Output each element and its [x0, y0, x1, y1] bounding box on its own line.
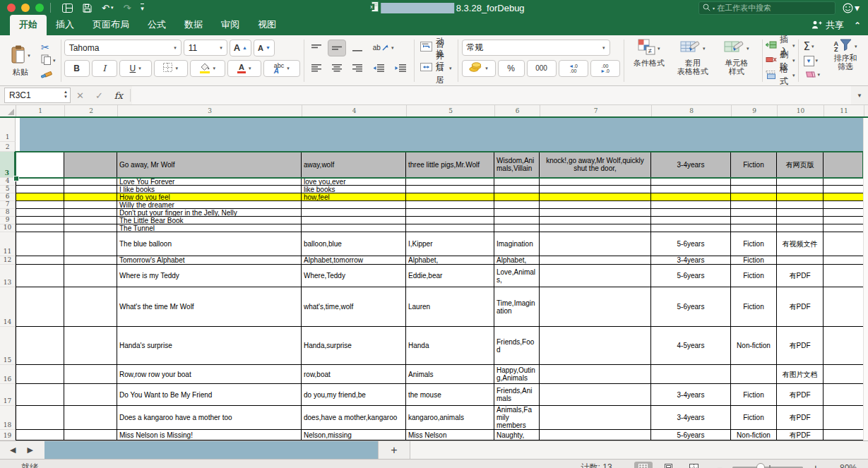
cell-r14c7[interactable]	[540, 287, 651, 327]
tab-home[interactable]: 开始	[10, 15, 47, 35]
cell-r5c6[interactable]	[494, 186, 540, 193]
increase-decimal-button[interactable]: ◄.0.00	[559, 60, 588, 77]
cell-r13c3[interactable]: Where is my Teddy	[117, 265, 302, 287]
cell-r16c1[interactable]	[16, 365, 64, 384]
row-header-14[interactable]: 14	[0, 287, 16, 327]
cell-r7c2[interactable]	[64, 201, 117, 209]
cell-r12c1[interactable]	[16, 256, 64, 265]
cell-r15c2[interactable]	[64, 327, 117, 365]
minimize-window-button[interactable]	[21, 4, 30, 12]
cell-r3c5[interactable]: three little pigs,Mr.Wolf	[406, 152, 494, 178]
cell-r13c9[interactable]: Fiction	[731, 265, 777, 287]
cell-r8c4[interactable]	[302, 209, 406, 217]
cell-r8c8[interactable]	[651, 209, 731, 217]
cell-r10c11[interactable]	[824, 224, 864, 232]
cell-r10c9[interactable]	[731, 224, 777, 232]
cell-r13c11[interactable]	[824, 265, 864, 287]
cell-r17c9[interactable]: Fiction	[731, 384, 777, 406]
cell-r8c10[interactable]	[777, 209, 824, 217]
tab-view[interactable]: 视图	[249, 15, 285, 35]
cell-r7c9[interactable]	[731, 201, 777, 209]
cell-r16c2[interactable]	[64, 365, 117, 384]
cell-r19c1[interactable]	[16, 430, 64, 440]
row-header-12[interactable]: 12	[0, 256, 16, 265]
cell-r4c11[interactable]	[824, 178, 864, 186]
row-header-2[interactable]: 2	[0, 142, 16, 152]
align-center-button[interactable]	[328, 60, 346, 77]
cell-r6c4[interactable]: how,feel	[302, 193, 406, 201]
cell-r15c8[interactable]: 4-5years	[651, 327, 731, 365]
cell-r8c3[interactable]: Don't put your finger in the Jelly, Nell…	[117, 209, 302, 217]
underline-button[interactable]: U ▾	[119, 60, 152, 77]
font-color-dropdown-icon[interactable]: ▾	[249, 66, 251, 71]
cell-r4c1[interactable]	[16, 178, 64, 186]
increase-indent-button[interactable]	[391, 60, 410, 77]
cell-r19c8[interactable]: 5-6years	[651, 430, 731, 440]
cell-styles-button[interactable]: ▾ 单元格 样式	[715, 37, 759, 84]
cell-r15c10[interactable]: 有PDF	[777, 327, 824, 365]
row-header-16[interactable]: 16	[0, 365, 16, 384]
cell-r6c5[interactable]	[406, 193, 494, 201]
previous-sheet-icon[interactable]: ◀	[10, 445, 16, 455]
cell-r6c6[interactable]	[494, 193, 540, 201]
bold-button[interactable]: B	[64, 60, 90, 77]
cell-r16c7[interactable]	[540, 365, 651, 384]
font-color-button[interactable]: A ▾	[227, 60, 261, 77]
cell-r16c4[interactable]: row,boat	[302, 365, 406, 384]
cell-r18c3[interactable]: Does a kangaroo have a mother too	[117, 406, 302, 430]
sheet-search-input[interactable]: ▾ 在工作表中搜索	[698, 1, 836, 15]
zoom-slider-thumb[interactable]	[756, 463, 765, 468]
align-right-button[interactable]	[348, 60, 367, 77]
cell-r15c5[interactable]: Handa	[406, 327, 494, 365]
cell-r6c9[interactable]	[731, 193, 777, 201]
paste-dropdown-icon[interactable]: ▾	[28, 53, 30, 59]
cell-r4c7[interactable]	[540, 178, 651, 186]
cell-r12c10[interactable]	[777, 256, 824, 265]
cell-r9c3[interactable]: The Little Bear Book	[117, 217, 302, 224]
customize-toolbar-icon[interactable]: ▾	[141, 4, 144, 12]
format-painter-button[interactable]	[40, 68, 57, 80]
cell-r15c11[interactable]	[824, 327, 864, 365]
cell-r14c5[interactable]: Lauren	[406, 287, 494, 327]
italic-button[interactable]: I	[92, 60, 117, 77]
cell-r11c7[interactable]	[540, 232, 651, 256]
cell-r10c7[interactable]	[540, 224, 651, 232]
cell-r11c1[interactable]	[16, 232, 64, 256]
copy-button[interactable]: ▾	[40, 55, 57, 66]
cell-r5c2[interactable]	[64, 186, 117, 193]
cell-r4c10[interactable]	[777, 178, 824, 186]
align-left-button[interactable]	[307, 60, 326, 77]
redacted-sheet-tab[interactable]	[44, 441, 378, 459]
tab-insert[interactable]: 插入	[47, 15, 83, 35]
cell-r19c5[interactable]: Miss Nelson	[406, 430, 494, 440]
cell-r13c8[interactable]: 5-6years	[651, 265, 731, 287]
fill-color-button[interactable]: ▾	[190, 60, 225, 77]
cell-r19c7[interactable]	[540, 430, 651, 440]
cell-r13c5[interactable]: Eddie,bear	[406, 265, 494, 287]
cell-r4c3[interactable]: Love You Forever	[117, 178, 302, 186]
cell-r3c10[interactable]: 有网页版	[777, 152, 824, 178]
cell-r5c3[interactable]: I like books	[117, 186, 302, 193]
cell-r6c8[interactable]	[651, 193, 731, 201]
cell-r13c1[interactable]	[16, 265, 64, 287]
collapse-ribbon-icon[interactable]: ⌃	[854, 20, 861, 30]
cell-r7c10[interactable]	[777, 201, 824, 209]
decrease-font-size-button[interactable]: A▼	[254, 40, 275, 56]
cell-r5c5[interactable]	[406, 186, 494, 193]
cell-r18c7[interactable]	[540, 406, 651, 430]
cell-r15c9[interactable]: Non-fiction	[731, 327, 777, 365]
view-switcher-icon[interactable]	[62, 4, 73, 13]
zoom-percentage[interactable]: 80%	[828, 463, 857, 468]
undo-button[interactable]: ↶ ▾	[102, 3, 113, 13]
align-bottom-button[interactable]	[348, 40, 367, 56]
cell-r4c8[interactable]	[651, 178, 731, 186]
cell-r18c1[interactable]	[16, 406, 64, 430]
underline-dropdown-icon[interactable]: ▾	[138, 66, 141, 71]
cell-r14c2[interactable]	[64, 287, 117, 327]
cell-r11c5[interactable]: I,Kipper	[406, 232, 494, 256]
cell-r12c9[interactable]: Fiction	[731, 256, 777, 265]
cell-r9c4[interactable]	[302, 217, 406, 224]
cell-r8c5[interactable]	[406, 209, 494, 217]
cell-styles-dropdown-icon[interactable]: ▾	[747, 46, 749, 52]
cell-r13c6[interactable]: Love,Animals,	[494, 265, 540, 287]
